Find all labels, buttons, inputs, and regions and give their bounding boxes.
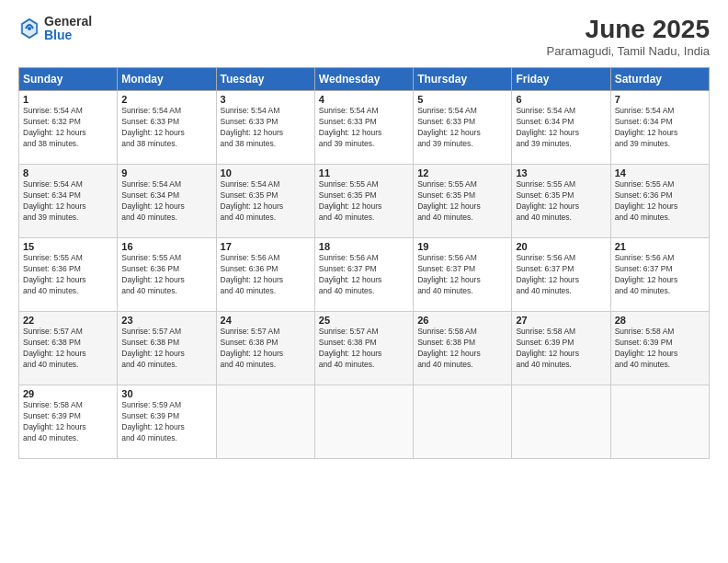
calendar-cell: 11Sunrise: 5:55 AM Sunset: 6:35 PM Dayli… [314,165,413,238]
calendar-cell: 23Sunrise: 5:57 AM Sunset: 6:38 PM Dayli… [118,312,216,385]
day-info: Sunrise: 5:54 AM Sunset: 6:34 PM Dayligh… [121,179,211,224]
calendar-cell: 5Sunrise: 5:54 AM Sunset: 6:33 PM Daylig… [414,91,512,165]
day-info: Sunrise: 5:58 AM Sunset: 6:38 PM Dayligh… [417,327,507,371]
day-info: Sunrise: 5:54 AM Sunset: 6:33 PM Dayligh… [121,106,211,150]
location: Paramagudi, Tamil Nadu, India [546,44,710,58]
calendar-cell: 4Sunrise: 5:54 AM Sunset: 6:33 PM Daylig… [314,91,413,165]
day-number: 15 [23,241,113,252]
day-info: Sunrise: 5:57 AM Sunset: 6:38 PM Dayligh… [121,327,211,371]
calendar-cell: 14Sunrise: 5:55 AM Sunset: 6:36 PM Dayli… [610,165,709,238]
day-number: 23 [121,315,211,326]
col-friday: Friday [512,68,610,91]
calendar-cell: 17Sunrise: 5:56 AM Sunset: 6:36 PM Dayli… [216,238,314,312]
day-info: Sunrise: 5:55 AM Sunset: 6:35 PM Dayligh… [516,179,606,224]
day-info: Sunrise: 5:54 AM Sunset: 6:33 PM Dayligh… [417,106,507,150]
logo-text: General Blue [44,15,92,43]
calendar-cell: 1Sunrise: 5:54 AM Sunset: 6:32 PM Daylig… [19,91,118,165]
calendar-cell [512,385,610,459]
day-number: 6 [516,94,606,105]
day-number: 11 [319,167,409,178]
calendar-week-3: 15Sunrise: 5:55 AM Sunset: 6:36 PM Dayli… [19,238,710,312]
day-number: 10 [221,167,311,178]
day-info: Sunrise: 5:58 AM Sunset: 6:39 PM Dayligh… [516,327,606,371]
calendar-cell: 8Sunrise: 5:54 AM Sunset: 6:34 PM Daylig… [19,165,118,238]
day-info: Sunrise: 5:54 AM Sunset: 6:33 PM Dayligh… [221,106,311,150]
day-number: 24 [221,315,311,326]
calendar-cell: 7Sunrise: 5:54 AM Sunset: 6:34 PM Daylig… [610,91,709,165]
day-info: Sunrise: 5:55 AM Sunset: 6:36 PM Dayligh… [615,179,705,224]
calendar-cell [314,385,413,459]
day-number: 14 [615,167,705,178]
day-info: Sunrise: 5:56 AM Sunset: 6:37 PM Dayligh… [319,253,409,297]
day-info: Sunrise: 5:54 AM Sunset: 6:34 PM Dayligh… [23,179,113,224]
calendar-cell [610,385,709,459]
day-info: Sunrise: 5:57 AM Sunset: 6:38 PM Dayligh… [221,327,311,371]
day-info: Sunrise: 5:55 AM Sunset: 6:36 PM Dayligh… [23,253,113,297]
day-number: 27 [516,315,606,326]
day-info: Sunrise: 5:58 AM Sunset: 6:39 PM Dayligh… [23,400,113,444]
logo-general-text: General [44,15,92,29]
day-info: Sunrise: 5:55 AM Sunset: 6:35 PM Dayligh… [417,179,507,224]
calendar-cell: 2Sunrise: 5:54 AM Sunset: 6:33 PM Daylig… [118,91,216,165]
day-number: 19 [417,241,507,252]
col-monday: Monday [118,68,216,91]
calendar-week-2: 8Sunrise: 5:54 AM Sunset: 6:34 PM Daylig… [19,165,710,238]
calendar-cell: 30Sunrise: 5:59 AM Sunset: 6:39 PM Dayli… [118,385,216,459]
day-info: Sunrise: 5:56 AM Sunset: 6:37 PM Dayligh… [417,253,507,297]
day-info: Sunrise: 5:58 AM Sunset: 6:39 PM Dayligh… [615,327,705,371]
day-info: Sunrise: 5:54 AM Sunset: 6:34 PM Dayligh… [516,106,606,150]
logo-icon [18,16,40,41]
col-sunday: Sunday [19,68,118,91]
day-info: Sunrise: 5:54 AM Sunset: 6:34 PM Dayligh… [615,106,705,150]
calendar-cell: 21Sunrise: 5:56 AM Sunset: 6:37 PM Dayli… [610,238,709,312]
calendar-cell: 6Sunrise: 5:54 AM Sunset: 6:34 PM Daylig… [512,91,610,165]
calendar-cell: 12Sunrise: 5:55 AM Sunset: 6:35 PM Dayli… [414,165,512,238]
calendar-cell: 27Sunrise: 5:58 AM Sunset: 6:39 PM Dayli… [512,312,610,385]
day-info: Sunrise: 5:57 AM Sunset: 6:38 PM Dayligh… [319,327,409,371]
calendar-cell: 16Sunrise: 5:55 AM Sunset: 6:36 PM Dayli… [118,238,216,312]
day-number: 20 [516,241,606,252]
day-number: 22 [23,315,113,326]
day-info: Sunrise: 5:55 AM Sunset: 6:36 PM Dayligh… [121,253,211,297]
day-info: Sunrise: 5:56 AM Sunset: 6:37 PM Dayligh… [615,253,705,297]
day-info: Sunrise: 5:59 AM Sunset: 6:39 PM Dayligh… [121,400,211,444]
logo-blue-text: Blue [44,29,92,42]
calendar-cell: 9Sunrise: 5:54 AM Sunset: 6:34 PM Daylig… [118,165,216,238]
calendar-cell: 15Sunrise: 5:55 AM Sunset: 6:36 PM Dayli… [19,238,118,312]
calendar-cell: 24Sunrise: 5:57 AM Sunset: 6:38 PM Dayli… [216,312,314,385]
calendar-week-1: 1Sunrise: 5:54 AM Sunset: 6:32 PM Daylig… [19,91,710,165]
day-number: 18 [319,241,409,252]
day-number: 3 [221,94,311,105]
day-number: 26 [417,315,507,326]
calendar-cell: 28Sunrise: 5:58 AM Sunset: 6:39 PM Dayli… [610,312,709,385]
day-number: 2 [121,94,211,105]
calendar-cell: 20Sunrise: 5:56 AM Sunset: 6:37 PM Dayli… [512,238,610,312]
day-number: 21 [615,241,705,252]
day-number: 9 [121,167,211,178]
page: General Blue June 2025 Paramagudi, Tamil… [0,0,728,563]
day-number: 28 [615,315,705,326]
col-thursday: Thursday [414,68,512,91]
calendar-week-4: 22Sunrise: 5:57 AM Sunset: 6:38 PM Dayli… [19,312,710,385]
day-number: 17 [221,241,311,252]
month-title: June 2025 [546,15,710,44]
calendar-cell: 22Sunrise: 5:57 AM Sunset: 6:38 PM Dayli… [19,312,118,385]
day-info: Sunrise: 5:54 AM Sunset: 6:33 PM Dayligh… [319,106,409,150]
day-info: Sunrise: 5:56 AM Sunset: 6:36 PM Dayligh… [221,253,311,297]
calendar-cell: 19Sunrise: 5:56 AM Sunset: 6:37 PM Dayli… [414,238,512,312]
logo: General Blue [18,15,92,43]
col-saturday: Saturday [610,68,709,91]
day-number: 12 [417,167,507,178]
svg-point-2 [28,27,31,30]
day-number: 30 [121,388,211,399]
col-tuesday: Tuesday [216,68,314,91]
calendar-cell: 10Sunrise: 5:54 AM Sunset: 6:35 PM Dayli… [216,165,314,238]
calendar-table: Sunday Monday Tuesday Wednesday Thursday… [18,67,710,459]
title-block: June 2025 Paramagudi, Tamil Nadu, India [546,15,710,58]
day-number: 25 [319,315,409,326]
calendar-cell: 18Sunrise: 5:56 AM Sunset: 6:37 PM Dayli… [314,238,413,312]
calendar-header-row: Sunday Monday Tuesday Wednesday Thursday… [19,68,710,91]
day-info: Sunrise: 5:54 AM Sunset: 6:35 PM Dayligh… [221,179,311,224]
calendar-cell: 25Sunrise: 5:57 AM Sunset: 6:38 PM Dayli… [314,312,413,385]
day-number: 29 [23,388,113,399]
